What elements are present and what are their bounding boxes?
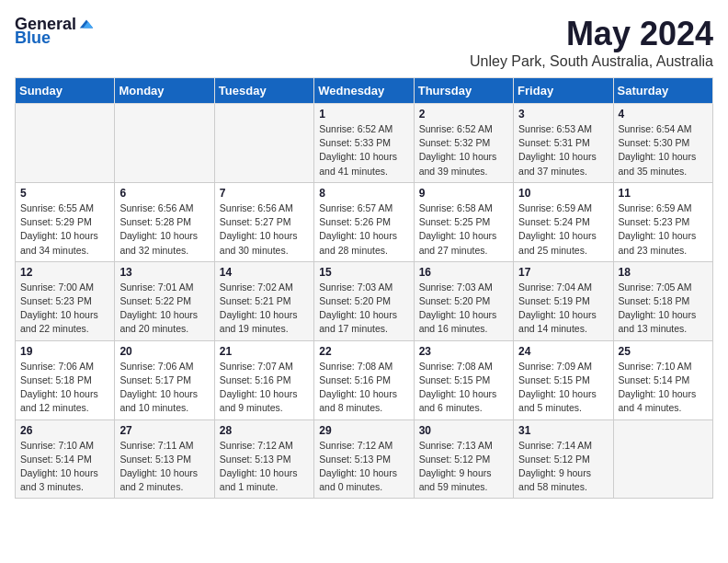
calendar-cell: 31Sunrise: 7:14 AM Sunset: 5:12 PM Dayli… xyxy=(514,419,613,499)
week-row-4: 19Sunrise: 7:06 AM Sunset: 5:18 PM Dayli… xyxy=(16,340,713,419)
day-number: 24 xyxy=(518,345,608,358)
day-info: Sunrise: 6:56 AM Sunset: 5:27 PM Dayligh… xyxy=(220,201,309,258)
day-info: Sunrise: 7:12 AM Sunset: 5:13 PM Dayligh… xyxy=(220,439,309,495)
day-info: Sunrise: 6:59 AM Sunset: 5:24 PM Dayligh… xyxy=(518,201,608,258)
weekday-header-row: Sunday Monday Tuesday Wednesday Thursday… xyxy=(16,78,713,104)
day-info: Sunrise: 7:06 AM Sunset: 5:17 PM Dayligh… xyxy=(119,360,209,416)
calendar-cell: 22Sunrise: 7:08 AM Sunset: 5:16 PM Dayli… xyxy=(314,340,414,419)
calendar-cell: 16Sunrise: 7:03 AM Sunset: 5:20 PM Dayli… xyxy=(414,261,513,340)
day-number: 16 xyxy=(419,266,508,279)
title-block: May 2024 Unley Park, South Australia, Au… xyxy=(470,15,713,70)
day-info: Sunrise: 7:08 AM Sunset: 5:15 PM Dayligh… xyxy=(419,360,508,416)
day-number: 23 xyxy=(419,345,508,358)
week-row-1: 1Sunrise: 6:52 AM Sunset: 5:33 PM Daylig… xyxy=(16,104,713,183)
day-info: Sunrise: 7:08 AM Sunset: 5:16 PM Dayligh… xyxy=(319,360,408,416)
header-wednesday: Wednesday xyxy=(314,78,414,104)
calendar-cell xyxy=(214,104,313,183)
calendar-cell: 10Sunrise: 6:59 AM Sunset: 5:24 PM Dayli… xyxy=(514,182,613,261)
calendar-cell xyxy=(115,104,214,183)
logo: General Blue xyxy=(15,15,95,48)
day-number: 30 xyxy=(419,424,508,437)
calendar-cell: 23Sunrise: 7:08 AM Sunset: 5:15 PM Dayli… xyxy=(414,340,513,419)
calendar-cell: 18Sunrise: 7:05 AM Sunset: 5:18 PM Dayli… xyxy=(613,261,712,340)
day-info: Sunrise: 7:09 AM Sunset: 5:15 PM Dayligh… xyxy=(518,360,608,416)
calendar-cell: 11Sunrise: 6:59 AM Sunset: 5:23 PM Dayli… xyxy=(613,182,712,261)
day-info: Sunrise: 6:52 AM Sunset: 5:32 PM Dayligh… xyxy=(419,122,508,178)
calendar-cell: 3Sunrise: 6:53 AM Sunset: 5:31 PM Daylig… xyxy=(514,104,613,183)
calendar-cell: 17Sunrise: 7:04 AM Sunset: 5:19 PM Dayli… xyxy=(514,261,613,340)
header-sunday: Sunday xyxy=(16,78,115,104)
day-number: 2 xyxy=(419,108,508,121)
day-number: 29 xyxy=(319,424,408,437)
calendar-cell: 19Sunrise: 7:06 AM Sunset: 5:18 PM Dayli… xyxy=(16,340,115,419)
calendar-cell: 13Sunrise: 7:01 AM Sunset: 5:22 PM Dayli… xyxy=(115,261,214,340)
header-monday: Monday xyxy=(115,78,214,104)
month-title: May 2024 xyxy=(470,15,713,53)
day-info: Sunrise: 7:11 AM Sunset: 5:13 PM Dayligh… xyxy=(119,439,209,495)
week-row-5: 26Sunrise: 7:10 AM Sunset: 5:14 PM Dayli… xyxy=(16,419,713,499)
calendar-cell: 26Sunrise: 7:10 AM Sunset: 5:14 PM Dayli… xyxy=(16,419,115,499)
calendar-cell: 15Sunrise: 7:03 AM Sunset: 5:20 PM Dayli… xyxy=(314,261,414,340)
day-info: Sunrise: 6:57 AM Sunset: 5:26 PM Dayligh… xyxy=(319,201,408,258)
calendar-cell: 30Sunrise: 7:13 AM Sunset: 5:12 PM Dayli… xyxy=(414,419,513,499)
calendar-table: Sunday Monday Tuesday Wednesday Thursday… xyxy=(15,77,713,499)
day-number: 20 xyxy=(119,345,209,358)
calendar-cell: 24Sunrise: 7:09 AM Sunset: 5:15 PM Dayli… xyxy=(514,340,613,419)
calendar-cell: 29Sunrise: 7:12 AM Sunset: 5:13 PM Dayli… xyxy=(314,419,414,499)
day-number: 21 xyxy=(220,345,309,358)
week-row-3: 12Sunrise: 7:00 AM Sunset: 5:23 PM Dayli… xyxy=(16,261,713,340)
day-info: Sunrise: 6:53 AM Sunset: 5:31 PM Dayligh… xyxy=(518,122,608,178)
calendar-cell: 6Sunrise: 6:56 AM Sunset: 5:28 PM Daylig… xyxy=(115,182,214,261)
week-row-2: 5Sunrise: 6:55 AM Sunset: 5:29 PM Daylig… xyxy=(16,182,713,261)
day-number: 11 xyxy=(619,187,708,200)
day-number: 27 xyxy=(119,424,209,437)
calendar-cell: 1Sunrise: 6:52 AM Sunset: 5:33 PM Daylig… xyxy=(314,104,414,183)
day-info: Sunrise: 7:05 AM Sunset: 5:18 PM Dayligh… xyxy=(619,281,708,337)
day-info: Sunrise: 7:02 AM Sunset: 5:21 PM Dayligh… xyxy=(220,281,309,337)
logo-icon xyxy=(78,17,95,33)
day-info: Sunrise: 7:14 AM Sunset: 5:12 PM Dayligh… xyxy=(518,439,608,495)
day-number: 8 xyxy=(319,187,408,200)
day-number: 9 xyxy=(419,187,508,200)
day-info: Sunrise: 7:03 AM Sunset: 5:20 PM Dayligh… xyxy=(319,281,408,337)
day-number: 22 xyxy=(319,345,408,358)
page-header: General Blue May 2024 Unley Park, South … xyxy=(15,15,713,70)
day-number: 12 xyxy=(20,266,109,279)
day-number: 19 xyxy=(20,345,109,358)
day-info: Sunrise: 7:12 AM Sunset: 5:13 PM Dayligh… xyxy=(319,439,408,495)
header-thursday: Thursday xyxy=(414,78,513,104)
day-info: Sunrise: 7:10 AM Sunset: 5:14 PM Dayligh… xyxy=(20,439,109,495)
day-info: Sunrise: 7:00 AM Sunset: 5:23 PM Dayligh… xyxy=(20,281,109,337)
day-info: Sunrise: 6:54 AM Sunset: 5:30 PM Dayligh… xyxy=(619,122,708,178)
day-number: 18 xyxy=(619,266,708,279)
day-info: Sunrise: 7:06 AM Sunset: 5:18 PM Dayligh… xyxy=(20,360,109,416)
day-number: 28 xyxy=(220,424,309,437)
calendar-cell: 14Sunrise: 7:02 AM Sunset: 5:21 PM Dayli… xyxy=(214,261,313,340)
day-info: Sunrise: 6:56 AM Sunset: 5:28 PM Dayligh… xyxy=(119,201,209,258)
location-title: Unley Park, South Australia, Australia xyxy=(470,53,713,70)
calendar-cell xyxy=(16,104,115,183)
day-number: 17 xyxy=(518,266,608,279)
logo-blue: Blue xyxy=(15,29,51,48)
day-number: 4 xyxy=(619,108,708,121)
day-info: Sunrise: 7:07 AM Sunset: 5:16 PM Dayligh… xyxy=(220,360,309,416)
day-info: Sunrise: 7:13 AM Sunset: 5:12 PM Dayligh… xyxy=(419,439,508,495)
calendar-cell: 9Sunrise: 6:58 AM Sunset: 5:25 PM Daylig… xyxy=(414,182,513,261)
calendar-cell: 12Sunrise: 7:00 AM Sunset: 5:23 PM Dayli… xyxy=(16,261,115,340)
day-info: Sunrise: 7:01 AM Sunset: 5:22 PM Dayligh… xyxy=(119,281,209,337)
day-number: 10 xyxy=(518,187,608,200)
day-info: Sunrise: 6:55 AM Sunset: 5:29 PM Dayligh… xyxy=(20,201,109,258)
day-number: 13 xyxy=(119,266,209,279)
calendar-cell: 2Sunrise: 6:52 AM Sunset: 5:32 PM Daylig… xyxy=(414,104,513,183)
header-tuesday: Tuesday xyxy=(214,78,313,104)
day-info: Sunrise: 7:03 AM Sunset: 5:20 PM Dayligh… xyxy=(419,281,508,337)
day-number: 5 xyxy=(20,187,109,200)
calendar-cell xyxy=(613,419,712,499)
calendar-cell: 7Sunrise: 6:56 AM Sunset: 5:27 PM Daylig… xyxy=(214,182,313,261)
calendar-cell: 5Sunrise: 6:55 AM Sunset: 5:29 PM Daylig… xyxy=(16,182,115,261)
day-number: 1 xyxy=(319,108,408,121)
header-friday: Friday xyxy=(514,78,613,104)
day-info: Sunrise: 7:04 AM Sunset: 5:19 PM Dayligh… xyxy=(518,281,608,337)
day-number: 3 xyxy=(518,108,608,121)
day-info: Sunrise: 6:52 AM Sunset: 5:33 PM Dayligh… xyxy=(319,122,408,178)
